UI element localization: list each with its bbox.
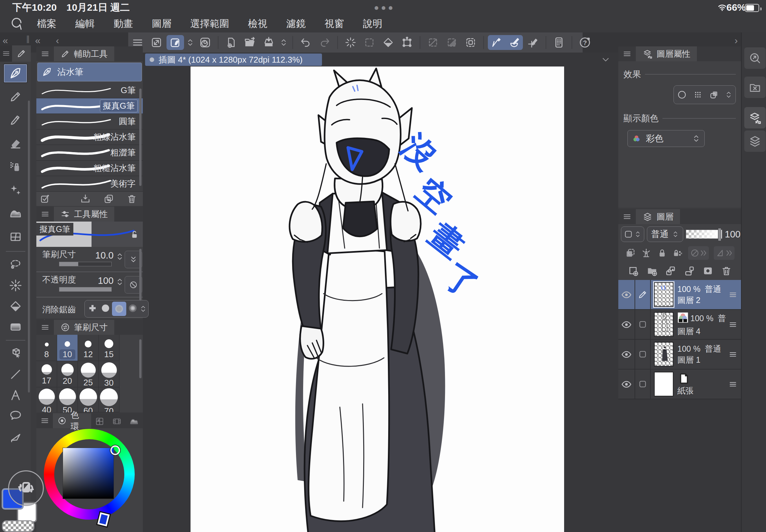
- enable-mask-icon[interactable]: [688, 246, 709, 260]
- canvas-list-chevron-icon[interactable]: [600, 54, 612, 65]
- lock-transparent-pixels-icon[interactable]: [672, 248, 683, 259]
- collapse-prev-icon[interactable]: ‹: [56, 35, 59, 46]
- transform-icon[interactable]: [398, 35, 416, 50]
- effect-tone-icon[interactable]: [693, 90, 703, 100]
- brush-wash-icon[interactable]: [505, 35, 523, 50]
- open-file-icon[interactable]: [241, 35, 259, 50]
- layer-mask-icon[interactable]: [702, 265, 714, 277]
- subtool-menu-icon[interactable]: [36, 46, 54, 61]
- layer-property-menu-icon[interactable]: [618, 46, 636, 61]
- save-expander-icon[interactable]: [279, 35, 288, 50]
- layer-checkbox[interactable]: [635, 310, 651, 339]
- tool-pencil[interactable]: [0, 85, 31, 108]
- opacity-value[interactable]: 100: [98, 275, 114, 286]
- menu-filter[interactable]: 濾鏡: [286, 17, 306, 30]
- tool-decoration[interactable]: [0, 178, 31, 202]
- subtool-group-pen[interactable]: 沾水筆: [37, 63, 142, 81]
- aa-weak-button[interactable]: [99, 303, 112, 314]
- layer-row[interactable]: 100 % 普通 圖層 1: [618, 340, 741, 369]
- new-layer-icon[interactable]: [627, 265, 639, 277]
- effect-stepper[interactable]: [725, 90, 733, 100]
- aa-none-button[interactable]: [86, 304, 99, 314]
- layer-property-tab[interactable]: 圖層屬性: [636, 46, 697, 61]
- import-brush-icon[interactable]: [80, 193, 91, 204]
- size-cell[interactable]: 20: [57, 361, 78, 387]
- brush-item[interactable]: 粗糙沾水筆: [36, 161, 143, 176]
- vector-line-icon[interactable]: [488, 35, 505, 50]
- blend-mode-dropdown[interactable]: 普通: [647, 226, 683, 242]
- color-history-tab-icon[interactable]: [108, 417, 126, 428]
- layer-thumbnail[interactable]: [654, 372, 674, 396]
- size-cell[interactable]: 40: [36, 387, 57, 412]
- effect-outline-icon[interactable]: [677, 90, 687, 100]
- layer-drag-handle-icon[interactable]: [728, 349, 738, 359]
- menu-file[interactable]: 檔案: [37, 17, 56, 30]
- tool-fill[interactable]: [0, 296, 31, 317]
- brush-item[interactable]: G筆: [36, 83, 143, 98]
- size-cell[interactable]: 8: [36, 335, 57, 361]
- color-set-tab-icon[interactable]: [91, 417, 108, 428]
- menu-window[interactable]: 視窗: [324, 17, 344, 30]
- visibility-eye-icon[interactable]: [618, 348, 635, 360]
- layer-row[interactable]: 100 % 普 圖層 4: [618, 310, 741, 340]
- duplicate-brush-icon[interactable]: [103, 193, 114, 204]
- size-cell[interactable]: 60: [78, 387, 99, 412]
- gradient-tab-icon[interactable]: [126, 417, 143, 428]
- tool-strip-tab-pen-icon[interactable]: [12, 45, 31, 62]
- color-wheel-tab[interactable]: 色環: [53, 413, 91, 428]
- tool-gradient[interactable]: [0, 317, 31, 337]
- tool-brush[interactable]: [0, 108, 31, 132]
- visibility-eye-icon[interactable]: [618, 319, 635, 330]
- tool-eraser[interactable]: [0, 132, 31, 155]
- brush-size-tab[interactable]: 筆刷尺寸: [54, 320, 114, 335]
- opacity-slider[interactable]: [59, 287, 112, 292]
- menu-view[interactable]: 檢視: [248, 17, 267, 30]
- layer-thumbnail[interactable]: [654, 342, 674, 367]
- ruler-range-icon[interactable]: [714, 246, 735, 260]
- collapse-right-icon[interactable]: ›: [735, 35, 738, 46]
- lock-open-icon[interactable]: [129, 229, 140, 240]
- layer-drag-handle-icon[interactable]: [728, 290, 738, 299]
- clip-studio-logo-icon[interactable]: [9, 16, 24, 31]
- size-cell-selected[interactable]: 10: [57, 335, 78, 361]
- snap-pen-icon[interactable]: [524, 35, 542, 50]
- tool-pen[interactable]: [3, 64, 28, 83]
- tool-text[interactable]: [0, 385, 31, 405]
- layer-thumbnail[interactable]: [654, 312, 674, 337]
- opacity-stepper[interactable]: [115, 277, 124, 287]
- layer-checkbox[interactable]: [635, 369, 651, 399]
- material-folder-icon[interactable]: [744, 77, 766, 98]
- menu-help[interactable]: 說明: [363, 17, 382, 30]
- toolbar-expander-icon[interactable]: [185, 35, 195, 50]
- reselect-icon[interactable]: [360, 35, 378, 50]
- collapse-subtool-icon[interactable]: «: [35, 35, 41, 46]
- layer-drag-handle-icon[interactable]: [728, 379, 738, 389]
- transfer-layer-icon[interactable]: [665, 265, 676, 277]
- sv-square[interactable]: [63, 448, 114, 499]
- tool-property-menu-icon[interactable]: [36, 207, 54, 222]
- size-cell[interactable]: 50: [57, 387, 78, 412]
- new-folder-icon[interactable]: [646, 265, 658, 277]
- delete-layer-icon[interactable]: [721, 265, 732, 276]
- menu-animation[interactable]: 動畫: [114, 17, 133, 30]
- touch-gesture-icon[interactable]: [166, 35, 184, 50]
- transparent-color-swatch[interactable]: [2, 520, 34, 532]
- layer-opacity-slider[interactable]: [686, 230, 722, 239]
- reference-layer-icon[interactable]: [641, 248, 652, 259]
- sv-cursor[interactable]: [110, 445, 120, 455]
- tool-blend[interactable]: [0, 202, 31, 225]
- invert-selection-icon[interactable]: [443, 35, 461, 50]
- collapse-left-icon[interactable]: «: [3, 35, 8, 46]
- clear-selection-icon[interactable]: [424, 35, 442, 50]
- layer-thumbnail[interactable]: [654, 282, 674, 307]
- undo-icon[interactable]: [297, 35, 314, 50]
- fit-screen-icon[interactable]: [148, 35, 165, 50]
- layer-row-selected[interactable]: 100 % 普通 圖層 2: [618, 280, 741, 310]
- layer-drag-handle-icon[interactable]: [728, 320, 738, 329]
- tool-strip-menu-icon[interactable]: [0, 45, 12, 62]
- brush-size-menu-icon[interactable]: [36, 320, 54, 335]
- aa-medium-button-selected[interactable]: [112, 302, 126, 316]
- tool-selection-lasso[interactable]: [0, 254, 31, 275]
- brush-item-selected[interactable]: 擬真G筆: [36, 98, 143, 114]
- redo-icon[interactable]: [316, 35, 333, 50]
